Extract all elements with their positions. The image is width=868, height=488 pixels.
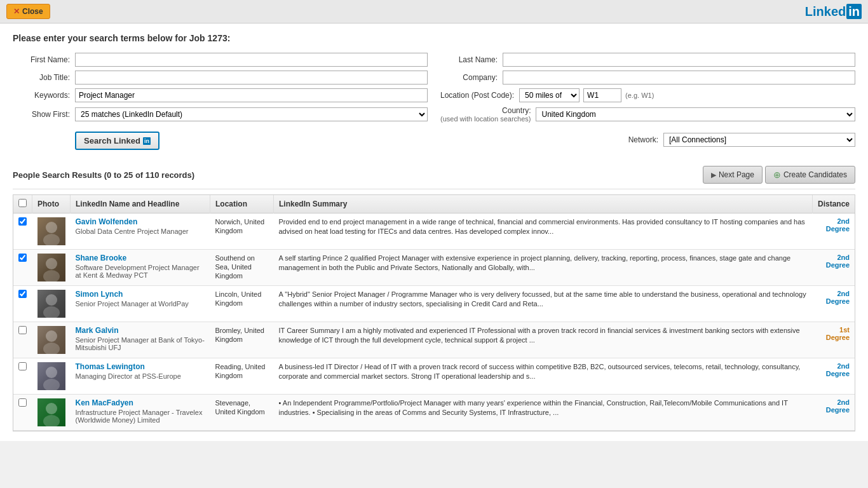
country-label: Country: — [440, 106, 531, 115]
photo-cell — [32, 395, 71, 431]
svg-point-8 — [46, 367, 57, 378]
location-postcode-input[interactable] — [583, 88, 621, 102]
row-checkbox-cell — [13, 358, 32, 395]
close-icon: ✕ — [13, 7, 20, 16]
svg-point-3 — [43, 270, 60, 281]
results-header: People Search Results (0 to 25 of 110 re… — [13, 159, 855, 189]
avatar-svg — [37, 217, 65, 245]
search-linkedin-button[interactable]: Search Linkedin — [75, 132, 159, 150]
network-row: Network: [All Connections] 1st Degree 2n… — [601, 133, 855, 147]
last-name-row: Last Name: — [440, 53, 855, 67]
location-text: Stevenage, United Kingdom — [215, 399, 265, 416]
row-checkbox-3[interactable] — [18, 290, 27, 298]
summary-cell: Provided end to end project management i… — [274, 214, 813, 250]
row-checkbox-5[interactable] — [18, 362, 27, 370]
svg-point-0 — [46, 222, 57, 233]
photo-cell — [32, 358, 71, 395]
header-checkbox-col — [13, 195, 32, 214]
row-checkbox-4[interactable] — [18, 326, 27, 334]
row-checkbox-cell — [13, 250, 32, 286]
close-label: Close — [22, 7, 43, 16]
next-arrow-icon: ▶ — [711, 171, 716, 179]
job-title-input[interactable] — [75, 71, 428, 85]
country-row: Country: (used with location searches) U… — [440, 106, 855, 123]
results-table-container: Photo LinkedIn Name and Headline Locatio… — [13, 194, 855, 431]
show-first-select[interactable]: 25 matches (LinkedIn Default) 10 matches… — [75, 107, 428, 121]
summary-text: A "Hybrid" Senior Project Manager / Prog… — [279, 290, 806, 308]
first-name-row: First Name: — [13, 53, 428, 67]
degree-badge: 2ndDegree — [817, 254, 850, 269]
row-checkbox-6[interactable] — [18, 398, 27, 407]
degree-cell: 2ndDegree — [812, 358, 855, 395]
company-input[interactable] — [503, 71, 855, 85]
summary-text: Provided end to end project management i… — [279, 218, 805, 235]
candidate-name-link[interactable]: Thomas Lewington — [76, 362, 145, 371]
country-sublabel: (used with location searches) — [440, 115, 531, 123]
last-name-label: Last Name: — [440, 55, 498, 64]
table-row: Ken MacFadyen Infrastructure Project Man… — [13, 395, 855, 431]
svg-point-9 — [43, 379, 60, 390]
network-select[interactable]: [All Connections] 1st Degree 2nd Degree … — [663, 133, 855, 147]
row-checkbox-cell — [13, 286, 32, 322]
summary-text: • An Independent Programme/Portfolio/Pro… — [279, 399, 788, 416]
candidate-title: Software Development Project Manager at … — [76, 264, 205, 279]
candidate-title: Senior Project Manager at Bank of Tokyo-… — [76, 336, 205, 351]
svg-point-7 — [43, 342, 60, 354]
location-text: Bromley, United Kingdom — [215, 327, 264, 343]
summary-cell: IT Career Summary I am a highly motivate… — [274, 322, 813, 358]
summary-text: A business-led IT Director / Head of IT … — [279, 363, 801, 380]
avatar — [37, 290, 65, 318]
table-row: Shane Brooke Software Development Projec… — [13, 250, 855, 286]
row-checkbox-1[interactable] — [18, 217, 27, 226]
table-row: Mark Galvin Senior Project Manager at Ba… — [13, 322, 855, 358]
candidate-title: Global Data Centre Project Manager — [76, 227, 205, 235]
row-checkbox-2[interactable] — [18, 254, 27, 262]
candidate-name-link[interactable]: Simon Lynch — [76, 290, 123, 299]
location-miles-select[interactable]: 50 miles of 10 miles of 25 miles of 75 m… — [519, 88, 580, 102]
candidate-title: Managing Director at PSS-Europe — [76, 372, 205, 380]
job-title-row: Job Title: — [13, 71, 428, 85]
country-select[interactable]: United Kingdom United States Canada Aust… — [536, 107, 855, 121]
select-all-checkbox[interactable] — [18, 199, 27, 207]
photo-cell — [32, 286, 71, 322]
next-page-button[interactable]: ▶ Next Page — [703, 166, 763, 184]
name-cell: Shane Brooke Software Development Projec… — [71, 250, 210, 286]
degree-cell: 1stDegree — [812, 322, 855, 358]
avatar-svg — [37, 398, 65, 426]
svg-point-1 — [43, 234, 60, 245]
next-page-label: Next Page — [719, 170, 754, 179]
close-button[interactable]: ✕ Close — [6, 4, 50, 19]
candidate-name-link[interactable]: Shane Brooke — [76, 254, 127, 262]
show-first-label: Show First: — [13, 110, 70, 119]
photo-cell — [32, 214, 71, 250]
degree-cell: 2ndDegree — [812, 395, 855, 431]
table-row: Gavin Wolfenden Global Data Centre Proje… — [13, 214, 855, 250]
name-cell: Mark Galvin Senior Project Manager at Ba… — [71, 322, 210, 358]
header-distance: Distance — [812, 195, 855, 214]
top-bar: ✕ Close Linkedin — [0, 0, 868, 24]
summary-cell: A business-led IT Director / Head of IT … — [274, 358, 813, 395]
keywords-input[interactable] — [75, 88, 428, 102]
create-candidates-button[interactable]: ⊕ Create Candidates — [765, 166, 855, 184]
degree-badge: 1stDegree — [817, 326, 850, 341]
search-btn-label: Search Linked — [84, 136, 140, 146]
avatar-svg — [37, 290, 65, 318]
location-cell: Southend on Sea, United Kingdom — [210, 250, 274, 286]
svg-point-11 — [43, 415, 60, 426]
degree-badge: 2ndDegree — [817, 398, 850, 414]
network-label: Network: — [601, 135, 658, 144]
job-title-label: Job Title: — [13, 73, 70, 82]
candidate-title: Infrastructure Project Manager - Travele… — [76, 409, 205, 424]
table-header-row: Photo LinkedIn Name and Headline Locatio… — [13, 195, 855, 214]
linkedin-logo: Linkedin — [805, 4, 862, 19]
candidate-name-link[interactable]: Ken MacFadyen — [76, 398, 133, 407]
candidate-name-link[interactable]: Mark Galvin — [76, 326, 119, 335]
location-cell: Lincoln, United Kingdom — [210, 286, 274, 322]
svg-point-4 — [46, 294, 57, 306]
location-controls: 50 miles of 10 miles of 25 miles of 75 m… — [519, 88, 654, 102]
first-name-input[interactable] — [75, 53, 428, 67]
degree-cell: 2ndDegree — [812, 250, 855, 286]
photo-cell — [32, 322, 71, 358]
candidate-name-link[interactable]: Gavin Wolfenden — [76, 217, 138, 226]
last-name-input[interactable] — [503, 53, 855, 67]
